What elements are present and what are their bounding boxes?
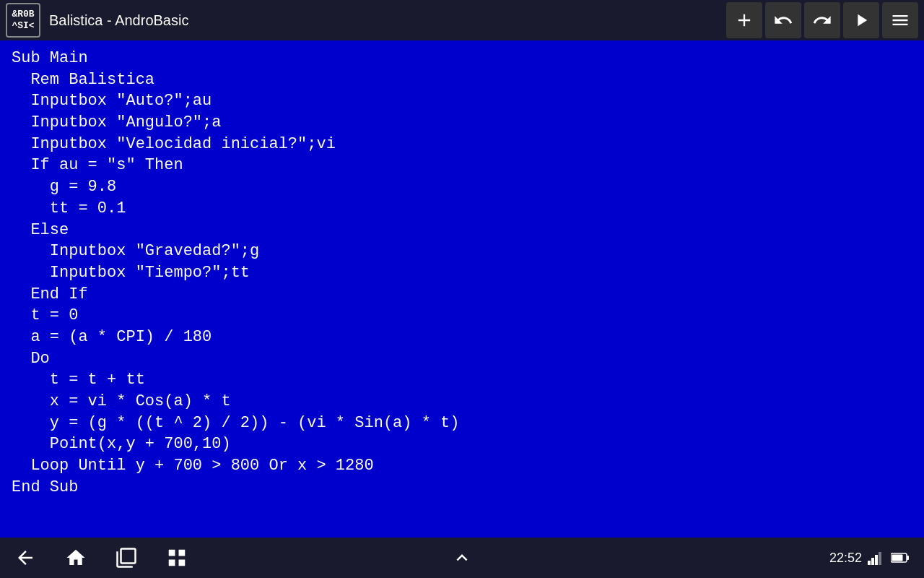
- logo-line1: &R0B: [12, 9, 34, 20]
- add-button[interactable]: [726, 2, 762, 38]
- svg-rect-2: [875, 555, 878, 565]
- back-button[interactable]: [14, 547, 36, 569]
- clock: 22:52: [829, 551, 862, 566]
- svg-rect-3: [879, 552, 881, 565]
- signal-icon: [868, 551, 885, 565]
- up-button[interactable]: [451, 547, 473, 569]
- home-button[interactable]: [65, 547, 87, 569]
- code-content: Sub Main Rem Balistica Inputbox "Auto?";…: [12, 48, 912, 498]
- back-icon: [14, 547, 36, 569]
- redo-button[interactable]: [804, 2, 840, 38]
- play-icon: [851, 10, 871, 30]
- menu-button[interactable]: [882, 2, 918, 38]
- code-editor[interactable]: Sub Main Rem Balistica Inputbox "Auto?";…: [0, 40, 924, 538]
- nav-bar: 22:52: [0, 538, 924, 578]
- svg-rect-1: [871, 558, 874, 565]
- grid-button[interactable]: [166, 547, 188, 569]
- svg-rect-6: [907, 556, 909, 560]
- recent-apps-button[interactable]: [116, 547, 137, 569]
- home-icon: [65, 547, 87, 569]
- undo-icon: [773, 10, 793, 30]
- title-bar: &R0B ^SI< Balistica - AndroBasic: [0, 0, 924, 40]
- menu-icon: [890, 10, 910, 30]
- nav-left: [14, 547, 313, 569]
- svg-rect-5: [892, 555, 902, 561]
- grid-icon: [166, 547, 188, 569]
- toolbar-buttons: [726, 2, 918, 38]
- svg-rect-0: [868, 561, 871, 565]
- plus-icon: [734, 10, 754, 30]
- nav-center: [313, 547, 611, 569]
- undo-button[interactable]: [765, 2, 801, 38]
- expand-less-icon: [451, 547, 473, 569]
- redo-icon: [812, 10, 832, 30]
- run-button[interactable]: [843, 2, 879, 38]
- app-logo: &R0B ^SI<: [6, 3, 40, 38]
- recent-apps-icon: [116, 547, 137, 569]
- logo-line2: ^SI<: [12, 20, 34, 32]
- nav-right: 22:52: [611, 551, 910, 566]
- app-title: Balistica - AndroBasic: [49, 12, 726, 29]
- battery-icon: [891, 552, 910, 564]
